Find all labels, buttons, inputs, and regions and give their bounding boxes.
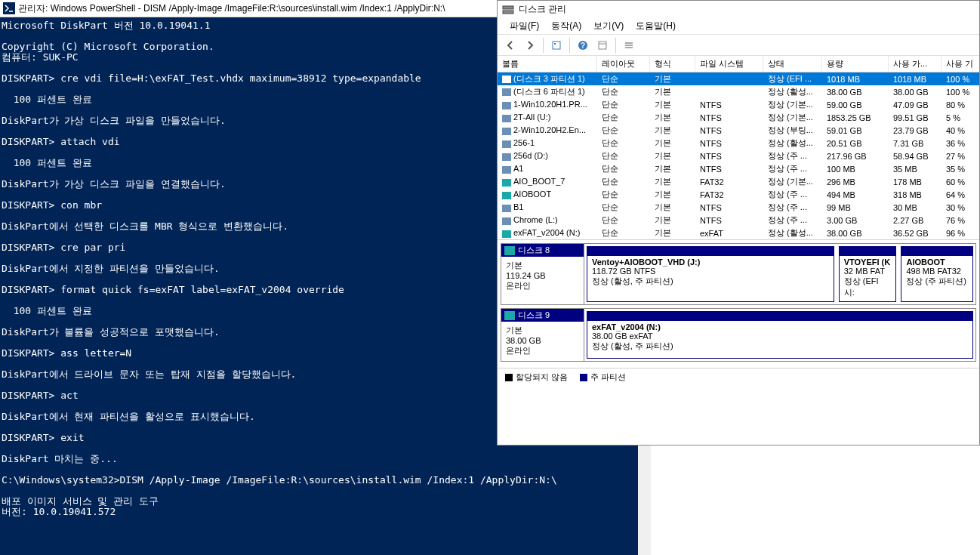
partition[interactable]: AIOBOOT498 MB FAT32정상 (주 파티션) xyxy=(901,246,973,302)
powershell-title: 관리자: Windows PowerShell - DISM /Apply-Im… xyxy=(18,2,445,15)
volume-row[interactable]: AIOBOOT단순기본FAT32정상 (주 ...494 MB318 MB64 … xyxy=(498,188,979,201)
cell: 단순 xyxy=(597,125,650,136)
disk-label[interactable]: 디스크 9기본38.00 GB온라인 xyxy=(501,309,584,361)
drive-icon xyxy=(502,115,511,122)
partition-name: Ventoy+AIOBOOT_VHD (J:) xyxy=(592,257,829,267)
partition-info: 32 MB FAT xyxy=(844,267,892,276)
col-filesystem[interactable]: 파일 시스템 xyxy=(695,56,763,72)
cell: 기본 xyxy=(650,214,695,226)
cell: AIOBOOT xyxy=(498,190,597,199)
cell: 정상 (주 ... xyxy=(763,150,822,162)
cell: NTFS xyxy=(695,203,763,212)
menu-item[interactable]: 도움말(H) xyxy=(630,18,682,34)
cell: 59.01 GB xyxy=(822,126,889,135)
cell: 27 % xyxy=(941,152,973,161)
drive-icon xyxy=(502,230,511,238)
volume-row[interactable]: AIO_BOOT_7단순기본FAT32정상 (기본...296 MB178 MB… xyxy=(498,175,979,188)
cell: (디스크 3 파티션 1) xyxy=(498,73,597,85)
properties-button[interactable] xyxy=(594,37,611,54)
cell: FAT32 xyxy=(695,190,763,199)
cell: A1 xyxy=(498,164,597,173)
cell: 38.00 GB xyxy=(889,88,941,97)
partition[interactable]: VTOYEFI (K32 MB FAT정상 (EFI 시: xyxy=(839,246,897,302)
disk-label[interactable]: 디스크 8기본119.24 GB온라인 xyxy=(501,244,584,304)
cell: NTFS xyxy=(695,216,763,225)
cell: 1-Win10.20H1.PR... xyxy=(498,100,597,109)
cell: 단순 xyxy=(597,150,650,162)
menu-item[interactable]: 동작(A) xyxy=(545,18,587,34)
volume-row[interactable]: 2-Win10.20H2.En...단순기본NTFS정상 (부팅...59.01… xyxy=(498,124,979,137)
menu-item[interactable]: 보기(V) xyxy=(587,18,630,34)
cell: 단순 xyxy=(597,73,650,85)
cell: 정상 (기본... xyxy=(763,99,822,110)
cell: NTFS xyxy=(695,113,763,122)
col-status[interactable]: 상태 xyxy=(763,56,822,72)
volume-row[interactable]: B1단순기본NTFS정상 (주 ...99 MB30 MB30 % xyxy=(498,201,979,214)
partition-status: 정상 (EFI 시: xyxy=(844,276,892,298)
partition-name: exFAT_v2004 (N:) xyxy=(592,322,968,331)
terminal-line xyxy=(2,464,649,475)
partition-status: 정상 (활성, 주 파티션) xyxy=(592,341,968,352)
terminal-line: 배포 이미지 서비스 및 관리 도구 xyxy=(2,496,649,507)
cell: 정상 (활성... xyxy=(763,86,822,97)
cell: 단순 xyxy=(597,112,650,123)
terminal-line: 버전: 10.0.19041.572 xyxy=(2,507,649,517)
cell: B1 xyxy=(498,202,597,211)
cell: 기본 xyxy=(650,86,695,97)
cell: 정상 (활성... xyxy=(763,227,822,239)
col-capacity[interactable]: 용량 xyxy=(822,56,889,72)
cell: (디스크 6 파티션 1) xyxy=(498,86,597,97)
volume-row[interactable]: Chrome (L:)단순기본NTFS정상 (주 ...3.00 GB2.27 … xyxy=(498,214,979,227)
help-button[interactable]: ? xyxy=(575,37,591,54)
volume-row[interactable]: 256-1단순기본NTFS정상 (활성...20.51 GB7.31 GB36 … xyxy=(498,137,979,150)
partition[interactable]: Ventoy+AIOBOOT_VHD (J:)118.72 GB NTFS정상 … xyxy=(587,246,834,302)
col-free[interactable]: 사용 가... xyxy=(889,56,941,72)
terminal-line xyxy=(2,486,649,496)
cell: 96 % xyxy=(941,229,973,238)
cell: 1018 MB xyxy=(889,75,941,84)
cell: 정상 (활성... xyxy=(763,137,822,149)
drive-icon xyxy=(502,76,511,83)
disk-row: 디스크 9기본38.00 GB온라인exFAT_v2004 (N:)38.00 … xyxy=(501,308,976,362)
partition-info: 498 MB FAT32 xyxy=(906,267,968,276)
cell: 정상 (주 ... xyxy=(763,189,822,200)
menu-item[interactable]: 파일(F) xyxy=(504,18,545,34)
partition-status: 정상 (주 파티션) xyxy=(906,276,968,287)
volume-row[interactable]: 256d (D:)단순기본NTFS정상 (주 ...217.96 GB58.94… xyxy=(498,150,979,162)
volume-row[interactable]: 1-Win10.20H1.PR...단순기본NTFS정상 (기본...59.00… xyxy=(498,98,979,111)
cell: NTFS xyxy=(695,126,763,135)
cell: 정상 (기본... xyxy=(763,112,822,123)
refresh-button[interactable] xyxy=(548,37,565,54)
volume-row[interactable]: 2T-All (U:)단순기본NTFS정상 (기본...1853.25 GB99… xyxy=(498,111,979,124)
cell: 기본 xyxy=(650,73,695,85)
cell: 정상 (기본... xyxy=(763,176,822,187)
volume-row[interactable]: (디스크 3 파티션 1)단순기본정상 (EFI ...1018 MB1018 … xyxy=(498,72,979,85)
cell: 기본 xyxy=(650,112,695,123)
volume-row[interactable]: (디스크 6 파티션 1)단순기본정상 (활성...38.00 GB38.00 … xyxy=(498,85,979,98)
cell: 494 MB xyxy=(822,190,889,199)
cell: NTFS xyxy=(695,165,763,174)
cell: 38.00 GB xyxy=(822,88,889,97)
cell: 99.51 GB xyxy=(889,113,941,122)
col-layout[interactable]: 레이아웃 xyxy=(597,56,650,72)
drive-icon xyxy=(502,179,511,187)
terminal-line: C:\Windows\system32>DISM /Apply-Image /I… xyxy=(2,475,649,486)
cell: 단순 xyxy=(597,189,650,200)
col-volume[interactable]: 볼륨 xyxy=(498,56,597,72)
col-percent[interactable]: 사용 기 xyxy=(941,56,973,72)
back-button[interactable] xyxy=(502,37,519,54)
cell: 36 % xyxy=(941,139,973,148)
col-type[interactable]: 형식 xyxy=(650,56,695,72)
forward-button[interactable] xyxy=(522,37,538,54)
cell: 단순 xyxy=(597,86,650,97)
cell: 256d (D:) xyxy=(498,151,597,160)
cell: 7.31 GB xyxy=(889,139,941,148)
volume-row[interactable]: exFAT_v2004 (N:)단순기본exFAT정상 (활성...38.00 … xyxy=(498,227,979,239)
list-button[interactable] xyxy=(621,37,637,54)
separator xyxy=(543,38,544,53)
cell: 기본 xyxy=(650,99,695,110)
diskmgmt-titlebar[interactable]: 디스크 관리 xyxy=(498,1,979,18)
partition[interactable]: exFAT_v2004 (N:)38.00 GB exFAT정상 (활성, 주 … xyxy=(587,311,973,359)
drive-icon xyxy=(502,140,511,148)
volume-row[interactable]: A1단순기본NTFS정상 (주 ...100 MB35 MB35 % xyxy=(498,162,979,175)
